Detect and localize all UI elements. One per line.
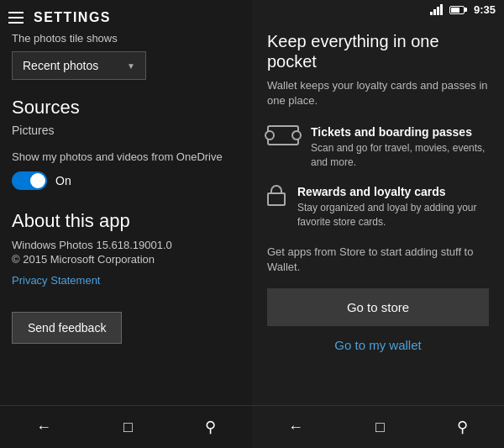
go-to-wallet-link[interactable]: Go to my wallet [267,338,489,352]
sources-title: Sources [12,97,240,119]
tickets-name: Tickets and boarding passes [311,125,489,139]
loyalty-name: Rewards and loyalty cards [297,185,489,198]
left-header: SETTINGS [0,0,252,32]
loyalty-desc: Stay organized and loyal by adding your … [297,201,489,229]
settings-title: SETTINGS [34,10,111,25]
back-icon[interactable]: ← [28,415,60,440]
chevron-down-icon: ▼ [127,61,135,71]
status-time: 9:35 [474,3,496,16]
dropdown-value: Recent photos [23,59,98,72]
right-windows-icon[interactable]: □ [367,415,393,440]
photos-tile-label: The photos tile shows [12,32,240,45]
left-content: The photos tile shows Recent photos ▼ So… [0,32,252,405]
right-content: Keep everything in one pocket Wallet kee… [252,18,504,405]
hamburger-icon[interactable] [8,12,24,24]
onedrive-label: Show my photos and videos from OneDrive [12,150,240,163]
onedrive-toggle-row: On [12,171,240,190]
photos-tile-dropdown[interactable]: Recent photos ▼ [12,51,146,80]
search-icon[interactable]: ⚲ [197,414,224,440]
store-prompt: Get apps from Store to start adding stuf… [267,245,489,275]
left-bottom-nav: ← □ ⚲ [0,405,252,448]
windows-icon[interactable]: □ [115,415,141,440]
status-bar: 9:35 [252,0,504,18]
right-search-icon[interactable]: ⚲ [449,414,476,440]
right-bottom-nav: ← □ ⚲ [252,405,504,448]
lock-icon [267,185,286,212]
right-back-icon[interactable]: ← [280,415,312,440]
right-panel: 9:35 Keep everything in one pocket Walle… [252,0,504,448]
wallet-subtitle: Wallet keeps your loyalty cards and pass… [267,78,489,108]
privacy-statement-link[interactable]: Privacy Statement [12,274,240,287]
copyright: © 2015 Microsoft Corporation [12,253,240,266]
pictures-label: Pictures [12,124,240,137]
feature-item-tickets: Tickets and boarding passes Scan and go … [267,125,489,170]
feature-text-tickets: Tickets and boarding passes Scan and go … [311,125,489,170]
go-to-store-button[interactable]: Go to store [267,288,489,326]
send-feedback-button[interactable]: Send feedback [12,312,122,344]
left-panel: SETTINGS The photos tile shows Recent ph… [0,0,252,448]
battery-icon [449,6,467,14]
wallet-title: Keep everything in one pocket [267,31,489,71]
photos-tile-dropdown-container: Recent photos ▼ [12,51,240,80]
about-title: About this app [12,210,240,232]
app-version: Windows Photos 15.618.19001.0 [12,239,240,251]
tickets-desc: Scan and go for travel, movies, events, … [311,141,489,170]
ticket-icon [267,125,299,145]
signal-icon [430,4,443,15]
onedrive-toggle[interactable] [12,171,47,190]
feature-text-loyalty: Rewards and loyalty cards Stay organized… [297,185,489,229]
feature-item-loyalty: Rewards and loyalty cards Stay organized… [267,185,489,229]
toggle-on-label: On [55,174,71,187]
